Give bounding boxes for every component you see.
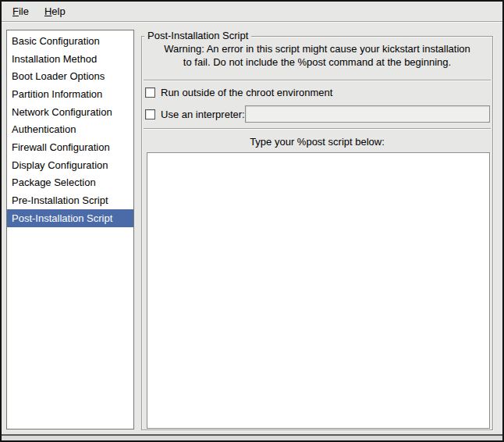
separator [144,128,491,130]
post-installation-script-panel: Post-Installation Script Warning: An err… [141,36,493,430]
sidebar-item-partition-information[interactable]: Partition Information [7,85,133,103]
section-list: Basic Configuration Installation Method … [6,30,134,430]
interpreter-checkbox-label: Use an interpreter: [161,109,245,120]
interpreter-input[interactable] [245,105,490,123]
sidebar-item-post-installation-script[interactable]: Post-Installation Script [7,209,133,227]
sidebar-item-installation-method[interactable]: Installation Method [7,50,133,68]
script-textarea-frame [147,152,490,429]
sidebar-item-network-configuration[interactable]: Network Configuration [7,103,133,121]
sidebar-item-pre-installation-script[interactable]: Pre-Installation Script [7,191,133,209]
sidebar-item-package-selection[interactable]: Package Selection [7,174,133,192]
window-bottom-shadow [2,436,502,440]
sidebar-item-display-configuration[interactable]: Display Configuration [7,156,133,174]
chroot-checkbox[interactable] [145,87,155,98]
sidebar-item-firewall-configuration[interactable]: Firewall Configuration [7,138,133,156]
chroot-checkbox-label: Run outside of the chroot environment [161,87,332,98]
menu-file[interactable]: File [5,2,37,21]
menu-help[interactable]: Help [37,2,73,21]
menubar: File Help [2,2,502,22]
interpreter-checkbox-row[interactable]: Use an interpreter: [145,106,245,122]
script-textarea[interactable] [147,153,489,428]
kickstart-configurator-window: File Help Basic Configuration Installati… [0,0,504,442]
script-label: Type your %post script below: [142,136,492,148]
sidebar-item-authentication[interactable]: Authentication [7,120,133,138]
chroot-checkbox-row[interactable]: Run outside of the chroot environment [145,84,332,100]
separator [144,80,491,81]
sidebar-item-boot-loader-options[interactable]: Boot Loader Options [7,67,133,85]
interpreter-checkbox[interactable] [145,109,155,119]
panel-title: Post-Installation Script [144,30,251,42]
warning-text: Warning: An error in this script might c… [142,42,492,69]
sidebar-item-basic-configuration[interactable]: Basic Configuration [7,32,133,50]
